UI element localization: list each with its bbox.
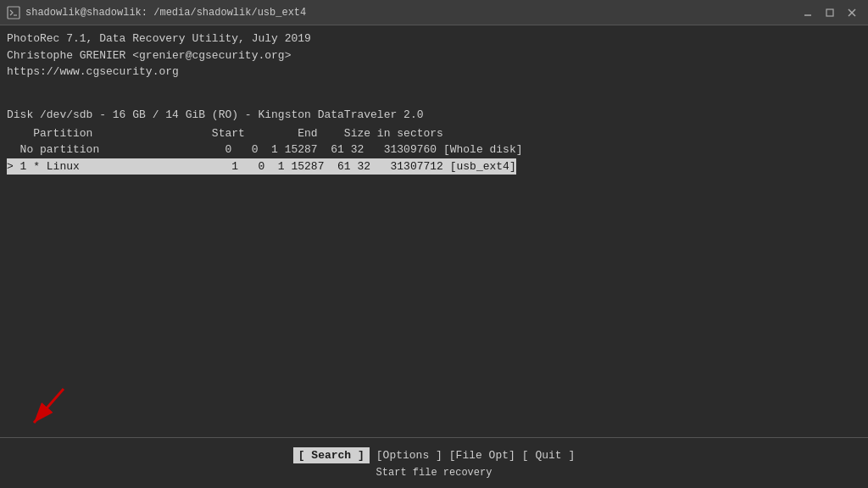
header-line-3: https://www.cgsecurity.org: [7, 64, 861, 80]
partition-row-no-partition: No partition 0 0 1 15287 61 32 31309760 …: [7, 141, 861, 158]
bottom-hint: Start file recovery: [376, 467, 492, 479]
minimize-button[interactable]: [798, 3, 817, 22]
file-opt-button[interactable]: [File Opt]: [449, 449, 515, 462]
svg-line-7: [34, 389, 64, 423]
titlebar-controls: [798, 3, 861, 22]
header-line-2: Christophe GRENIER <grenier@cgsecurity.o…: [7, 47, 861, 64]
partition-header: Partition Start End Size in sectors: [7, 125, 861, 142]
bottom-buttons: [ Search ] [Options ] [File Opt] [ Quit …: [293, 447, 575, 463]
window-title: shadowlik@shadowlik: /media/shadowlik/us…: [25, 7, 306, 19]
svg-rect-3: [826, 9, 833, 16]
options-button[interactable]: [Options ]: [376, 449, 442, 462]
restore-button[interactable]: [821, 3, 839, 22]
search-button[interactable]: [ Search ]: [293, 447, 370, 463]
titlebar: shadowlik@shadowlik: /media/shadowlik/us…: [0, 0, 868, 25]
header-line-1: PhotoRec 7.1, Data Recovery Utility, Jul…: [7, 30, 861, 47]
blank-line: [7, 87, 861, 104]
svg-rect-0: [8, 7, 19, 19]
bottom-bar: [ Search ] [Options ] [File Opt] [ Quit …: [0, 437, 868, 488]
terminal-icon: [7, 6, 20, 19]
partition-table: Partition Start End Size in sectors No p…: [7, 125, 861, 175]
partition-row-linux-selected[interactable]: > 1 * Linux 1 0 1 15287 61 32 31307712 […: [7, 158, 516, 175]
quit-button[interactable]: [ Quit ]: [522, 449, 575, 462]
titlebar-left: shadowlik@shadowlik: /media/shadowlik/us…: [7, 6, 306, 19]
partition-row-linux-container: > 1 * Linux 1 0 1 15287 61 32 31307712 […: [7, 158, 861, 175]
arrow-indicator: [17, 385, 68, 435]
terminal-area: PhotoRec 7.1, Data Recovery Utility, Jul…: [0, 25, 868, 437]
disk-info-line: Disk /dev/sdb - 16 GB / 14 GiB (RO) - Ki…: [7, 107, 861, 124]
close-button[interactable]: [843, 3, 861, 22]
